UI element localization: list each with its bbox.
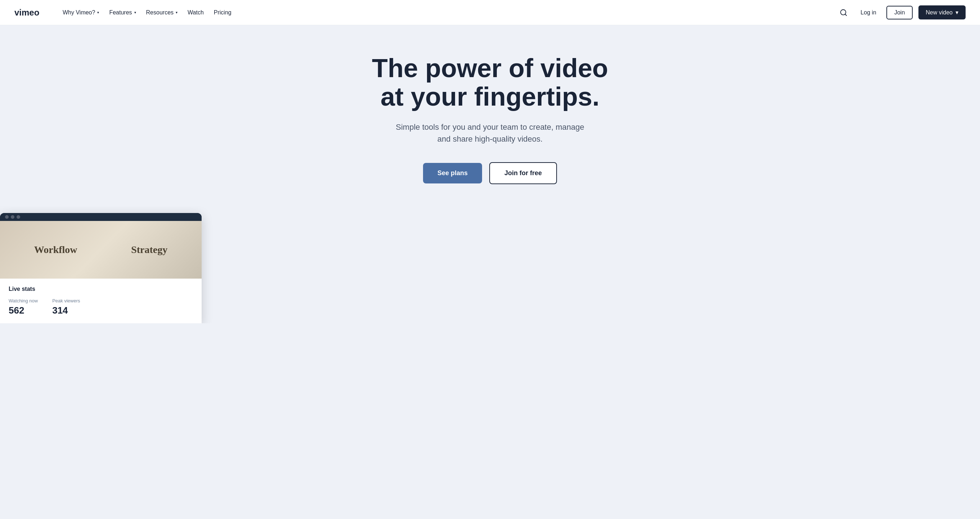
nav-link-resources[interactable]: Resources ▾ <box>142 6 182 19</box>
watching-value: 562 <box>9 305 38 316</box>
nav-item-resources[interactable]: Resources ▾ <box>142 6 182 19</box>
nav-item-pricing[interactable]: Pricing <box>210 6 236 19</box>
join-for-free-button[interactable]: Join for free <box>489 162 557 184</box>
window-dot-2 <box>11 215 14 219</box>
nav-link-watch[interactable]: Watch <box>183 6 208 19</box>
hero-subtitle: Simple tools for you and your team to cr… <box>389 121 591 145</box>
nav-left: vimeo Why Vimeo? ▾ Features ▾ Resources <box>14 6 236 19</box>
nav-item-features[interactable]: Features ▾ <box>105 6 140 19</box>
preview-card: Workflow Strategy Live stats Watching no… <box>0 213 202 323</box>
chevron-down-icon: ▾ <box>134 10 136 14</box>
hero-buttons: See plans Join for free <box>423 162 557 184</box>
new-video-button[interactable]: New video ▾ <box>918 5 966 19</box>
nav-links: Why Vimeo? ▾ Features ▾ Resources ▾ Watc… <box>58 6 236 19</box>
stats-row: Watching now 562 Peak viewers 314 <box>9 298 193 316</box>
svg-line-2 <box>845 14 847 16</box>
nav-link-pricing[interactable]: Pricing <box>210 6 236 19</box>
chevron-down-icon: ▾ <box>176 10 178 14</box>
peak-value: 314 <box>52 305 80 316</box>
join-button[interactable]: Join <box>886 6 913 19</box>
watching-label: Watching now <box>9 298 38 303</box>
see-plans-button[interactable]: See plans <box>423 163 482 184</box>
search-button[interactable] <box>837 6 850 19</box>
card-header <box>0 213 202 221</box>
card-body: Workflow Strategy Live stats Watching no… <box>0 221 202 323</box>
chevron-down-icon: ▾ <box>956 9 958 16</box>
preview-section: Workflow Strategy Live stats Watching no… <box>0 206 980 323</box>
svg-text:vimeo: vimeo <box>14 8 39 17</box>
nav-item-watch[interactable]: Watch <box>183 6 208 19</box>
nav-right: Log in Join New video ▾ <box>837 5 966 19</box>
watching-now-stat: Watching now 562 <box>9 298 38 316</box>
navbar: vimeo Why Vimeo? ▾ Features ▾ Resources <box>0 0 980 25</box>
chevron-down-icon: ▾ <box>97 10 99 14</box>
nav-item-why-vimeo[interactable]: Why Vimeo? ▾ <box>58 6 103 19</box>
nav-link-why-vimeo[interactable]: Why Vimeo? ▾ <box>58 6 103 19</box>
login-button[interactable]: Log in <box>856 6 881 19</box>
thumb-text-workflow: Workflow <box>34 244 77 256</box>
video-thumbnail: Workflow Strategy <box>0 221 202 279</box>
vimeo-logo[interactable]: vimeo <box>14 8 47 18</box>
peak-viewers-stat: Peak viewers 314 <box>52 298 80 316</box>
nav-link-features[interactable]: Features ▾ <box>105 6 140 19</box>
hero-section: The power of video at your fingertips. S… <box>0 25 980 206</box>
search-icon <box>840 9 848 17</box>
live-stats-panel: Live stats Watching now 562 Peak viewers… <box>0 279 202 323</box>
hero-title: The power of video at your fingertips. <box>372 54 608 111</box>
stats-title: Live stats <box>9 286 193 292</box>
peak-label: Peak viewers <box>52 298 80 303</box>
thumb-text-strategy: Strategy <box>131 244 167 256</box>
window-dot-1 <box>5 215 9 219</box>
window-dot-3 <box>17 215 20 219</box>
